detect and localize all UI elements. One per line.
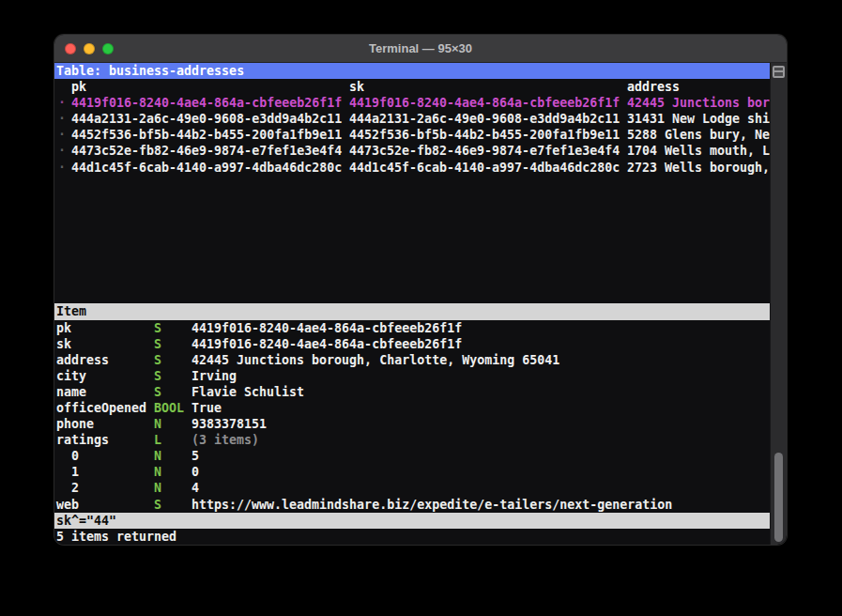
terminal-text-area: Table: business-addresses pk sk address … <box>54 63 770 545</box>
item-field-row: officeOpened BOOL True <box>54 400 770 416</box>
row-marker-icon: · <box>58 143 66 159</box>
field-value: True <box>191 400 222 416</box>
row-address: 5288 Glens bury, Ne <box>627 127 770 143</box>
field-key: ratings <box>56 432 109 448</box>
split-pane-icon[interactable] <box>773 66 785 78</box>
scrollbar-track[interactable] <box>770 63 787 545</box>
item-field-row: name S Flavie Schulist <box>54 384 770 400</box>
row-sk: 444a2131-2a6c-49e0-9608-e3dd9a4b2c11 <box>349 111 620 127</box>
item-section-title: Item <box>56 304 86 318</box>
column-header-pk: pk <box>71 79 86 95</box>
row-sk: 4452f536-bf5b-44b2-b455-200fa1fb9e11 <box>349 127 620 143</box>
item-section-header: Item <box>54 303 770 319</box>
row-address: 42445 Junctions bor <box>627 95 770 111</box>
table-row[interactable]: · 44d1c45f-6cab-4140-a997-4dba46dc280c 4… <box>54 160 770 176</box>
field-value: Irving <box>191 368 237 384</box>
row-pk: 44d1c45f-6cab-4140-a997-4dba46dc280c <box>71 160 342 176</box>
terminal-window: Terminal — 95×30 Table: business-address… <box>54 35 787 545</box>
item-field-row: city S Irving <box>54 368 770 384</box>
item-field-row: 2 N 4 <box>54 480 770 496</box>
table-row[interactable]: · 4473c52e-fb82-46e9-9874-e7fef1e3e4f4 4… <box>54 143 770 159</box>
field-type: S <box>154 497 161 513</box>
item-field-row: phone N 9383378151 <box>54 416 770 432</box>
table-row[interactable]: · 4452f536-bf5b-44b2-b455-200fa1fb9e11 4… <box>54 127 770 143</box>
table-rows: · 4419f016-8240-4ae4-864a-cbfeeeb26f1f 4… <box>54 95 770 175</box>
field-value: Flavie Schulist <box>191 384 304 400</box>
status-text: 5 items returned <box>56 530 176 544</box>
close-button[interactable] <box>65 43 76 54</box>
row-pk: 4419f016-8240-4ae4-864a-cbfeeeb26f1f <box>71 95 342 111</box>
item-field-row: 0 N 5 <box>54 448 770 464</box>
empty-terminal-space <box>54 176 770 304</box>
row-address: 2723 Wells borough, <box>627 160 770 176</box>
field-value: 5 <box>191 448 199 464</box>
field-value: 4 <box>191 480 199 496</box>
field-value: (3 items) <box>191 432 259 448</box>
field-key: name <box>56 384 86 400</box>
field-key: sk <box>56 336 71 352</box>
column-header-sk: sk <box>349 79 364 95</box>
row-sk: 4419f016-8240-4ae4-864a-cbfeeeb26f1f <box>349 95 620 111</box>
field-key: 2 <box>71 480 79 496</box>
table-row[interactable]: · 444a2131-2a6c-49e0-9608-e3dd9a4b2c11 4… <box>54 111 770 127</box>
item-field-row: address S 42445 Junctions borough, Charl… <box>54 352 770 368</box>
field-value: 0 <box>191 464 199 480</box>
field-key: officeOpened <box>56 400 146 416</box>
query-filter-bar[interactable]: sk^="44" <box>54 513 770 529</box>
field-type: N <box>154 464 161 480</box>
scrollbar-thumb[interactable] <box>774 453 783 542</box>
field-type: N <box>154 480 161 496</box>
field-type: N <box>154 416 161 432</box>
row-marker-icon: · <box>58 160 66 176</box>
field-key: address <box>56 352 109 368</box>
field-type: S <box>154 352 161 368</box>
field-key: phone <box>56 416 94 432</box>
field-type: N <box>154 448 161 464</box>
item-field-row: pk S 4419f016-8240-4ae4-864a-cbfeeeb26f1… <box>54 320 770 336</box>
row-address: 1704 Wells mouth, L <box>627 143 770 159</box>
item-field-row: 1 N 0 <box>54 464 770 480</box>
field-value: 42445 Junctions borough, Charlotte, Wyom… <box>191 352 559 368</box>
row-pk: 4473c52e-fb82-46e9-9874-e7fef1e3e4f4 <box>71 143 342 159</box>
field-type: S <box>154 368 161 384</box>
item-field-row: web S https://www.leadmindshare.biz/expe… <box>54 497 770 513</box>
column-header-address: address <box>627 79 680 95</box>
field-type: L <box>154 432 161 448</box>
field-key: 0 <box>71 448 79 464</box>
field-type: BOOL <box>154 400 184 416</box>
zoom-button[interactable] <box>102 43 114 54</box>
table-title-bar: Table: business-addresses <box>54 63 770 79</box>
item-fields: pk S 4419f016-8240-4ae4-864a-cbfeeeb26f1… <box>54 320 770 513</box>
field-key: city <box>56 368 86 384</box>
item-field-row: ratings L (3 items) <box>54 432 770 448</box>
row-pk: 4452f536-bf5b-44b2-b455-200fa1fb9e11 <box>71 127 342 143</box>
field-value: 9383378151 <box>191 416 267 432</box>
field-value: https://www.leadmindshare.biz/expedite/e… <box>191 497 672 513</box>
field-key: web <box>56 497 79 513</box>
item-field-row: sk S 4419f016-8240-4ae4-864a-cbfeeeb26f1… <box>54 336 770 352</box>
row-pk: 444a2131-2a6c-49e0-9608-e3dd9a4b2c11 <box>71 111 342 127</box>
minimize-button[interactable] <box>84 43 95 54</box>
table-title: Table: business-addresses <box>56 64 244 78</box>
query-filter-text: sk^="44" <box>56 514 116 528</box>
terminal-content: Table: business-addresses pk sk address … <box>54 63 787 545</box>
row-marker-icon: · <box>58 111 66 127</box>
field-value: 4419f016-8240-4ae4-864a-cbfeeeb26f1f <box>191 320 462 336</box>
column-header-row: pk sk address <box>54 79 770 95</box>
field-value: 4419f016-8240-4ae4-864a-cbfeeeb26f1f <box>191 336 462 352</box>
field-type: S <box>154 336 161 352</box>
row-address: 31431 New Lodge shi <box>627 111 770 127</box>
row-sk: 4473c52e-fb82-46e9-9874-e7fef1e3e4f4 <box>349 143 620 159</box>
window-title: Terminal — 95×30 <box>54 35 787 62</box>
status-bar: 5 items returned <box>54 529 770 545</box>
titlebar[interactable]: Terminal — 95×30 <box>54 35 787 63</box>
row-marker-icon: · <box>58 127 66 143</box>
table-row[interactable]: · 4419f016-8240-4ae4-864a-cbfeeeb26f1f 4… <box>54 95 770 111</box>
field-key: 1 <box>71 464 79 480</box>
field-type: S <box>154 384 161 400</box>
field-type: S <box>154 320 161 336</box>
field-key: pk <box>56 320 71 336</box>
row-sk: 44d1c45f-6cab-4140-a997-4dba46dc280c <box>349 160 620 176</box>
row-marker-icon: · <box>58 95 66 111</box>
